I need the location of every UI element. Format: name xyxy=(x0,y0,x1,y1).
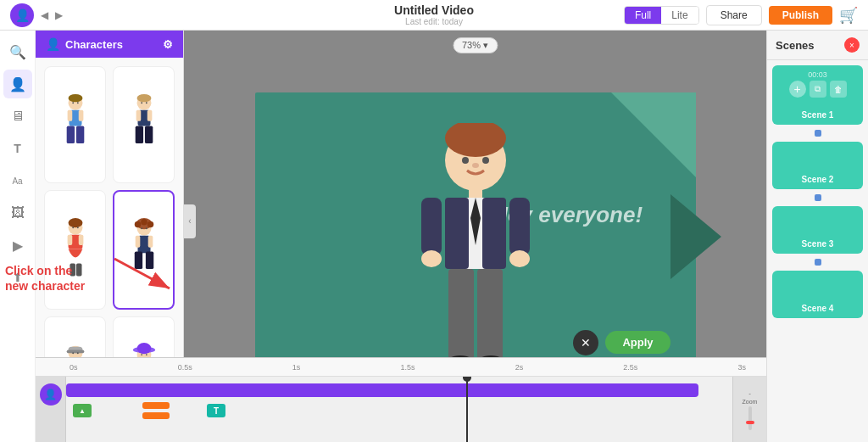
svg-point-6 xyxy=(68,94,82,102)
scene-card-3[interactable]: Scene 3 xyxy=(772,206,863,254)
zoom-text: Zoom xyxy=(743,399,758,405)
character-svg-3 xyxy=(54,218,97,282)
character-card-4[interactable] xyxy=(113,190,175,309)
svg-point-35 xyxy=(147,221,153,228)
character-svg-2 xyxy=(123,93,165,157)
svg-rect-67 xyxy=(445,198,469,269)
zoom-label: - xyxy=(748,389,751,397)
nav-forward[interactable]: ▶ xyxy=(55,9,63,21)
scene-divider-dot-2[interactable] xyxy=(815,194,821,201)
sidebar-item-search[interactable]: 🔍 xyxy=(3,37,32,66)
apply-button[interactable]: Apply xyxy=(605,331,670,354)
svg-point-72 xyxy=(509,250,530,267)
panel-header-left: 👤 Characters xyxy=(46,37,123,51)
svg-rect-74 xyxy=(477,269,503,362)
scene-1-delete[interactable]: 🗑 xyxy=(830,81,847,98)
scene-card-2[interactable]: Scene 2 xyxy=(772,142,863,189)
scene-2-label: Scene 2 xyxy=(777,175,858,184)
topbar-left: 👤 ◀ ▶ xyxy=(10,3,63,27)
icon-bar: 🔍 👤 🖥 T Aa 🖼 ▶ ⬆ xyxy=(0,31,36,442)
sidebar-item-upload[interactable]: ⬆ xyxy=(3,263,32,292)
character-svg-1 xyxy=(54,93,97,157)
zoom-badge[interactable]: 73% ▾ xyxy=(453,37,498,53)
sidebar-item-media[interactable]: 🖼 xyxy=(3,199,32,227)
close-button[interactable]: ✕ xyxy=(573,330,598,355)
scenes-title: Scenes xyxy=(776,39,815,52)
sidebar-item-video[interactable]: ▶ xyxy=(3,231,32,260)
ruler-2.5s: 2.5s xyxy=(623,363,637,372)
sidebar-item-characters[interactable]: 👤 xyxy=(3,70,32,98)
zoom-label: 73% ▾ xyxy=(462,40,488,51)
panel-settings-icon[interactable]: ⚙ xyxy=(163,38,173,51)
scene-1-copy[interactable]: ⧉ xyxy=(810,81,826,98)
svg-rect-31 xyxy=(135,236,140,248)
teal-bar-label: T xyxy=(214,406,219,416)
svg-rect-4 xyxy=(67,109,72,120)
scene-divider-dot-1[interactable] xyxy=(815,130,821,137)
svg-rect-11 xyxy=(135,126,142,143)
svg-rect-2 xyxy=(66,126,74,143)
scene-1-time: 00:03 xyxy=(777,70,858,79)
zoom-slider-handle[interactable] xyxy=(746,421,754,424)
canvas-slide[interactable]: Hey everyone! xyxy=(255,92,696,381)
svg-point-62 xyxy=(482,157,489,164)
sidebar-item-scenes[interactable]: 🖥 xyxy=(3,102,32,131)
scene-card-4[interactable]: Scene 4 xyxy=(772,271,863,318)
svg-point-57 xyxy=(141,354,142,355)
cart-icon[interactable]: 🛒 xyxy=(839,6,858,25)
svg-point-17 xyxy=(145,102,147,104)
scene-1-label: Scene 1 xyxy=(777,110,858,120)
timeline-content: 👤 ▲ T - Zoom xyxy=(36,377,766,442)
video-subtitle: Last edit: today xyxy=(394,17,474,26)
svg-point-26 xyxy=(76,227,78,228)
character-card-2[interactable] xyxy=(113,66,175,183)
svg-rect-22 xyxy=(70,263,75,276)
character-card-3[interactable] xyxy=(44,190,106,309)
timeline: 0s 0.5s 1s 1.5s 2s 2.5s 3s 👤 ▲ xyxy=(36,357,766,442)
share-button[interactable]: Share xyxy=(706,5,762,25)
scenes-close-button[interactable]: × xyxy=(844,37,860,53)
svg-point-37 xyxy=(141,227,142,229)
sidebar-item-fonts[interactable]: Aa xyxy=(3,166,32,195)
toggle-lite[interactable]: Lite xyxy=(661,7,698,24)
zoom-slider[interactable] xyxy=(748,406,752,430)
svg-rect-23 xyxy=(75,263,81,276)
panel-title: Characters xyxy=(65,38,123,51)
svg-point-48 xyxy=(76,353,78,355)
scene-divider-dot-3[interactable] xyxy=(815,259,821,266)
slide-decoration-top xyxy=(611,92,696,177)
timeline-ruler: 0s 0.5s 1s 1.5s 2s 2.5s 3s xyxy=(36,358,766,377)
timeline-orange-bar-1[interactable] xyxy=(142,402,170,409)
scene-divider-2 xyxy=(772,193,863,203)
canvas-main-character[interactable] xyxy=(399,123,552,381)
publish-button[interactable]: Publish xyxy=(769,6,832,25)
svg-point-24 xyxy=(68,218,82,227)
toggle-full[interactable]: Full xyxy=(625,7,661,24)
nav-back[interactable]: ◀ xyxy=(41,9,48,21)
timeline-main-bar[interactable] xyxy=(66,383,698,397)
timeline-teal-bar[interactable]: T xyxy=(207,404,225,417)
svg-rect-29 xyxy=(134,251,142,269)
timeline-tracks: ▲ T xyxy=(66,377,732,442)
timeline-green-bar[interactable]: ▲ xyxy=(73,404,92,417)
timeline-orange-bar-2[interactable] xyxy=(142,412,170,419)
svg-rect-12 xyxy=(144,126,152,143)
panel-header-character-icon: 👤 xyxy=(46,37,60,51)
panel-collapse-handle[interactable]: ‹ xyxy=(184,204,196,238)
svg-rect-3 xyxy=(75,126,83,143)
ruler-marks: 0s 0.5s 1s 1.5s 2s 2.5s 3s xyxy=(39,363,763,372)
character-card-1[interactable] xyxy=(44,66,106,183)
svg-rect-70 xyxy=(509,198,530,255)
sidebar-item-text[interactable]: T xyxy=(3,134,32,163)
timeline-playhead-handle[interactable] xyxy=(463,377,471,382)
svg-rect-5 xyxy=(78,109,83,120)
character-svg-4 xyxy=(123,218,165,282)
svg-point-16 xyxy=(141,102,142,104)
panel-header: 👤 Characters ⚙ xyxy=(36,31,183,58)
character-main-svg xyxy=(399,123,552,378)
scene-card-1[interactable]: 00:03 + ⧉ 🗑 Scene 1 xyxy=(772,65,863,125)
ruler-1.5s: 1.5s xyxy=(400,363,415,372)
scene-1-add[interactable]: + xyxy=(789,81,806,98)
apply-area: ✕ Apply xyxy=(573,330,670,355)
scenes-header: Scenes × xyxy=(767,31,868,60)
